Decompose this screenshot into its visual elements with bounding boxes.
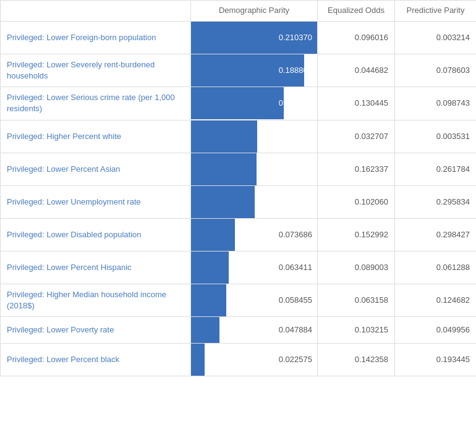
dp-value: 0.022575 [191, 344, 318, 376]
pp-value: 0.003531 [395, 120, 477, 153]
table-row: Privileged: Lower Severely rent-burdened… [1, 54, 477, 87]
row-label: Privileged: Lower Disabled population [1, 218, 191, 251]
dp-value: 0.047884 [191, 317, 318, 344]
eo-value: 0.063158 [318, 284, 395, 316]
dp-value: 0.188801 [191, 54, 318, 87]
pp-value: 0.049956 [395, 317, 477, 344]
row-label: Privileged: Higher Median household inco… [1, 284, 191, 316]
dp-value: 0.073686 [191, 218, 318, 251]
eo-value: 0.032707 [318, 120, 395, 153]
dp-value: 0.063411 [191, 251, 318, 284]
table-row: Privileged: Higher Percent white 0.11024… [1, 120, 477, 153]
table-row: Privileged: Lower Percent black 0.022575… [1, 344, 477, 376]
table-row: Privileged: Lower Percent Asian 0.109110… [1, 153, 477, 185]
row-label: Privileged: Lower Percent black [1, 344, 191, 376]
pp-value: 0.298427 [395, 218, 477, 251]
dp-value: 0.105933 [191, 185, 318, 218]
eo-value: 0.142358 [318, 344, 395, 376]
main-table-wrapper: Demographic Parity Equalized Odds Predic… [0, 0, 476, 376]
eo-value: 0.102060 [318, 185, 395, 218]
pp-value: 0.193445 [395, 344, 477, 376]
pp-value: 0.061288 [395, 251, 477, 284]
table-row: Privileged: Lower Poverty rate 0.047884 … [1, 317, 477, 344]
header-label [1, 1, 191, 22]
table-row: Privileged: Lower Unemployment rate 0.10… [1, 185, 477, 218]
row-label: Privileged: Lower Foreign-born populatio… [1, 21, 191, 54]
row-label: Privileged: Higher Percent white [1, 120, 191, 153]
row-label: Privileged: Lower Unemployment rate [1, 185, 191, 218]
header-pp: Predictive Parity [395, 1, 477, 22]
dp-value: 0.110245 [191, 120, 318, 153]
eo-value: 0.096016 [318, 21, 395, 54]
pp-value: 0.295834 [395, 185, 477, 218]
dp-value: 0.154708 [191, 87, 318, 120]
table-row: Privileged: Lower Percent Hispanic 0.063… [1, 251, 477, 284]
header-dp: Demographic Parity [191, 1, 318, 22]
row-label: Privileged: Lower Percent Asian [1, 153, 191, 185]
dp-value: 0.210370 [191, 21, 318, 54]
pp-value: 0.078603 [395, 54, 477, 87]
pp-value: 0.098743 [395, 87, 477, 120]
dp-value: 0.058455 [191, 284, 318, 316]
pp-value: 0.124682 [395, 284, 477, 316]
row-label: Privileged: Lower Serious crime rate (pe… [1, 87, 191, 120]
pp-value: 0.261784 [395, 153, 477, 185]
eo-value: 0.089003 [318, 251, 395, 284]
eo-value: 0.152992 [318, 218, 395, 251]
table-row: Privileged: Higher Median household inco… [1, 284, 477, 316]
eo-value: 0.103215 [318, 317, 395, 344]
row-label: Privileged: Lower Percent Hispanic [1, 251, 191, 284]
table-row: Privileged: Lower Serious crime rate (pe… [1, 87, 477, 120]
row-label: Privileged: Lower Poverty rate [1, 317, 191, 344]
eo-value: 0.044682 [318, 54, 395, 87]
row-label: Privileged: Lower Severely rent-burdened… [1, 54, 191, 87]
table-row: Privileged: Lower Foreign-born populatio… [1, 21, 477, 54]
eo-value: 0.130445 [318, 87, 395, 120]
dp-value: 0.109110 [191, 153, 318, 185]
table-row: Privileged: Lower Disabled population 0.… [1, 218, 477, 251]
fairness-table: Demographic Parity Equalized Odds Predic… [0, 0, 476, 376]
header-eo: Equalized Odds [318, 1, 395, 22]
pp-value: 0.003214 [395, 21, 477, 54]
eo-value: 0.162337 [318, 153, 395, 185]
